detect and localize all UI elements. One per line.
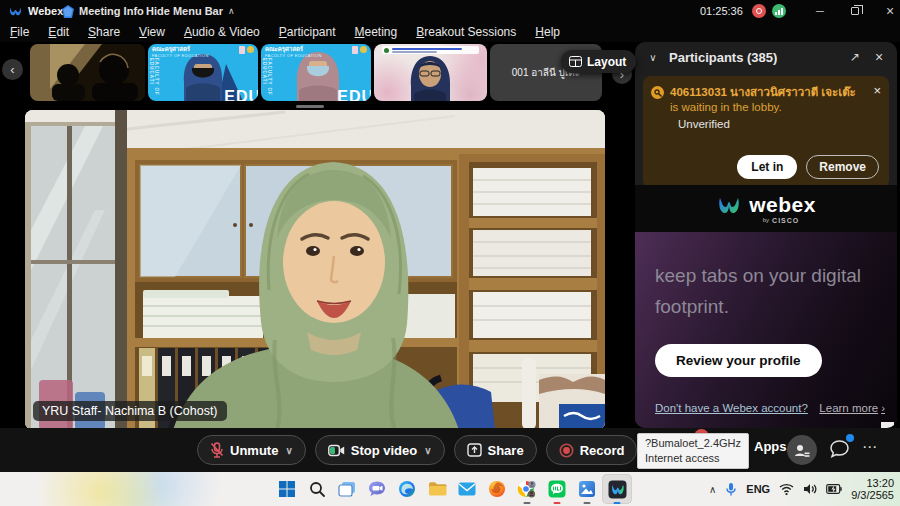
connection-indicator[interactable] <box>772 0 786 22</box>
chevron-left-icon: ‹ <box>10 62 14 77</box>
menu-participant[interactable]: Participant <box>279 25 336 39</box>
edge-browser-button[interactable] <box>392 474 422 504</box>
participants-toggle-button[interactable] <box>787 435 817 465</box>
dismiss-lobby-button[interactable]: × <box>873 83 881 98</box>
chat-button[interactable] <box>829 439 850 463</box>
firefox-button[interactable] <box>482 474 512 504</box>
menu-help[interactable]: Help <box>535 25 560 39</box>
webex-app-window: Webex Meeting Info Hide Menu Bar ∧ 01:25… <box>0 0 900 506</box>
camera-icon <box>328 444 345 457</box>
restore-button[interactable] <box>840 0 870 22</box>
file-explorer-icon <box>428 481 447 497</box>
layout-grid-icon <box>569 56 582 67</box>
active-speaker-name: YRU Staff- Nachima B (Cohost) <box>33 401 227 421</box>
menu-breakout-sessions[interactable]: Breakout Sessions <box>416 25 516 39</box>
clock-time: 13:20 <box>851 477 894 490</box>
windows-taskbar: ∧ ENG <box>0 472 900 506</box>
chevron-up-icon: ∧ <box>228 6 235 16</box>
filmstrip-resize-handle[interactable] <box>296 105 324 108</box>
webex-taskbar-button[interactable] <box>602 474 632 504</box>
share-button[interactable]: Share <box>454 435 537 465</box>
tray-overflow-button[interactable]: ∧ <box>709 484 716 495</box>
firefox-icon <box>488 480 506 498</box>
layout-label: Layout <box>587 55 626 69</box>
video-thumbnail-2[interactable]: คณะครุศาสตร์ FACULTY OF EDUCATION FACULT… <box>148 44 258 101</box>
chrome-button[interactable] <box>512 474 542 504</box>
teams-chat-button[interactable] <box>362 474 392 504</box>
video-thumbnail-4[interactable] <box>374 44 487 101</box>
collapse-panel-button[interactable]: ∨ <box>645 52 661 63</box>
taskbar-clock[interactable]: 13:20 9/3/2565 <box>851 477 894 502</box>
start-button[interactable] <box>272 474 302 504</box>
learn-more-link[interactable]: Learn more › <box>819 402 885 414</box>
faculty-edu-text: EDU <box>337 88 371 101</box>
notification-indicator <box>554 502 561 505</box>
review-profile-button[interactable]: Review your profile <box>655 344 822 377</box>
brand-by-text: by <box>763 217 769 223</box>
main-video-tile[interactable]: YRU Staff- Nachima B (Cohost) <box>25 110 605 430</box>
record-button[interactable]: Record <box>546 435 638 465</box>
file-explorer-button[interactable] <box>422 474 452 504</box>
line-app-button[interactable] <box>542 474 572 504</box>
participants-panel: ∨ Participants (385) ↗ × 406113031 นางสา… <box>635 42 897 428</box>
meeting-info-button[interactable]: Meeting Info <box>62 0 144 22</box>
webex-brand-icon <box>716 193 742 217</box>
wifi-icon[interactable] <box>779 483 794 495</box>
faculty-title-text: คณะครุศาสตร์ <box>265 46 303 52</box>
menu-audio-video[interactable]: Audio & Video <box>184 25 260 39</box>
layout-button[interactable]: Layout <box>561 50 636 73</box>
taskbar-app-icons <box>272 472 632 506</box>
language-indicator[interactable]: ENG <box>746 483 770 495</box>
hide-menu-label: Hide Menu Bar <box>146 5 223 17</box>
remove-button[interactable]: Remove <box>806 155 879 179</box>
minimize-button[interactable]: ─ <box>805 0 835 22</box>
cisco-logo-text: CISCO <box>772 217 799 224</box>
teams-chat-icon <box>368 480 386 498</box>
lobby-verification-status: Unverified <box>678 118 881 130</box>
lobby-participant-name: 406113031 นางสาวนิศราวาตี เจะเต๊ะ <box>670 86 856 98</box>
task-view-button[interactable] <box>332 474 362 504</box>
unmute-button[interactable]: Unmute ∨ <box>197 435 306 465</box>
mail-button[interactable] <box>452 474 482 504</box>
menu-view[interactable]: View <box>139 25 165 39</box>
close-button[interactable]: × <box>875 0 900 22</box>
chrome-icon <box>517 480 537 499</box>
close-panel-button[interactable]: × <box>871 49 887 65</box>
widgets-button[interactable] <box>40 472 240 506</box>
chat-bubble-icon <box>829 439 850 459</box>
photos-button[interactable] <box>572 474 602 504</box>
volume-icon[interactable] <box>803 483 817 495</box>
stop-video-button[interactable]: Stop video ∨ <box>315 435 445 465</box>
more-options-button[interactable]: ⋯ <box>862 438 878 456</box>
webex-logo: Webex <box>8 0 63 22</box>
restore-icon <box>851 7 859 15</box>
participants-icon <box>794 443 810 458</box>
video-thumbnail-3[interactable]: คณะครุศาสตร์ FACULTY OF EDUCATION FACULT… <box>261 44 371 101</box>
menu-share[interactable]: Share <box>88 25 120 39</box>
share-screen-icon <box>467 443 482 457</box>
edge-icon <box>398 480 416 498</box>
let-in-button[interactable]: Let in <box>737 155 797 179</box>
menu-file[interactable]: File <box>10 25 29 39</box>
thumbnail-1-scene <box>30 44 145 101</box>
hide-menu-bar-button[interactable]: Hide Menu Bar ∧ <box>146 0 235 22</box>
filmstrip-prev-button[interactable]: ‹ <box>2 59 23 80</box>
webex-account-link[interactable]: Don't have a Webex account? <box>655 402 808 414</box>
menu-edit[interactable]: Edit <box>48 25 69 39</box>
popout-panel-button[interactable]: ↗ <box>847 50 863 64</box>
microphone-tray-icon[interactable] <box>725 482 737 497</box>
recording-indicator[interactable] <box>752 0 766 22</box>
line-app-icon <box>548 480 566 498</box>
search-button[interactable] <box>302 474 332 504</box>
faculty-side-text: FACULTY OF EDUCATI <box>262 58 272 101</box>
thumbnail-4-banner <box>382 46 479 54</box>
menu-meeting[interactable]: Meeting <box>355 25 398 39</box>
running-indicator <box>584 502 591 505</box>
task-view-icon <box>338 481 356 497</box>
video-thumbnail-1[interactable] <box>30 44 145 101</box>
mail-icon <box>458 482 476 496</box>
faculty-edu-text: EDU <box>224 88 258 101</box>
record-status-icon <box>752 4 766 18</box>
battery-icon[interactable] <box>826 484 842 494</box>
webex-promo-body: keep tabs on your digital footprint. Rev… <box>635 232 897 428</box>
